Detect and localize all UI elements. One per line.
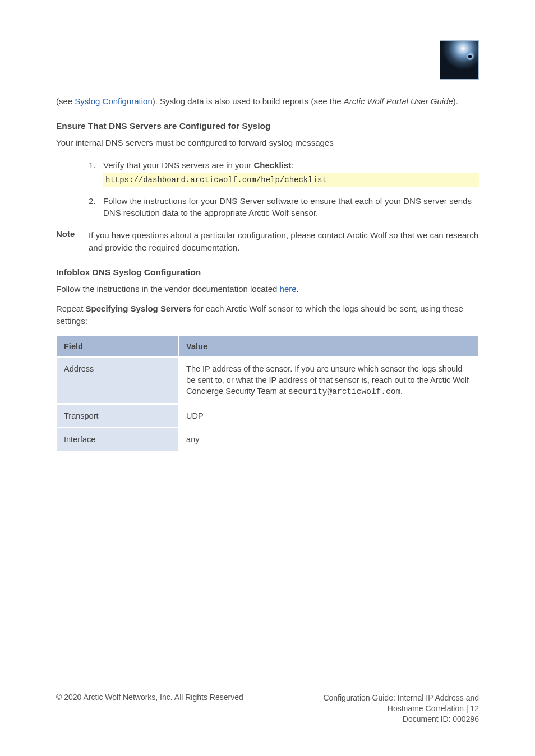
section2-p2-bold: Specifying Syslog Servers bbox=[86, 304, 191, 313]
step-number: 2. bbox=[89, 195, 96, 207]
table-row: Interface any bbox=[57, 428, 478, 451]
row-interface-field: Interface bbox=[57, 428, 179, 451]
row-address-value: The IP address of the sensor. If you are… bbox=[179, 357, 478, 404]
section2-p1: Follow the instructions in the vendor do… bbox=[56, 283, 479, 295]
note-label: Note bbox=[56, 229, 89, 254]
syslog-config-link[interactable]: Syslog Configuration bbox=[75, 96, 152, 106]
section2-p1-pre: Follow the instructions in the vendor do… bbox=[56, 284, 280, 294]
checklist-url-code: https://dashboard.arcticwolf.com/help/ch… bbox=[103, 173, 479, 187]
intro-text-c: ). bbox=[453, 96, 458, 106]
footer-doc-id: Document ID: 000296 bbox=[323, 714, 479, 725]
step-number: 1. bbox=[89, 159, 96, 171]
footer-copyright: © 2020 Arctic Wolf Networks, Inc. All Ri… bbox=[56, 693, 243, 725]
wolf-eye-pupil-icon bbox=[468, 55, 472, 58]
page-footer: © 2020 Arctic Wolf Networks, Inc. All Ri… bbox=[56, 693, 479, 725]
page-content: (see Syslog Configuration). Syslog data … bbox=[56, 95, 479, 452]
footer-doc-title-1: Configuration Guide: Internal IP Address… bbox=[323, 693, 479, 703]
section1-steps: 1. Verify that your DNS servers are in y… bbox=[89, 159, 479, 220]
intro-emphasis: Arctic Wolf Portal User Guide bbox=[344, 96, 453, 106]
footer-right: Configuration Guide: Internal IP Address… bbox=[323, 693, 479, 725]
section1-heading: Ensure That DNS Servers are Configured f… bbox=[56, 121, 479, 131]
settings-table-wrap: Field Value Address The IP address of th… bbox=[56, 335, 479, 452]
header-field: Field bbox=[57, 336, 179, 357]
header-value: Value bbox=[179, 336, 478, 357]
settings-table: Field Value Address The IP address of th… bbox=[56, 335, 479, 452]
step1-post: : bbox=[291, 160, 293, 170]
vendor-doc-link[interactable]: here bbox=[280, 284, 297, 294]
intro-text-a: (see bbox=[56, 96, 75, 106]
row-transport-value: UDP bbox=[179, 404, 478, 428]
wolf-eye-logo bbox=[440, 40, 479, 80]
table-header-row: Field Value bbox=[57, 336, 478, 357]
step-1: 1. Verify that your DNS servers are in y… bbox=[89, 159, 479, 187]
intro-text-b: ). Syslog data is also used to build rep… bbox=[153, 96, 344, 106]
section2-p2-pre: Repeat bbox=[56, 304, 86, 313]
step1-bold: Checklist bbox=[253, 160, 291, 170]
section2-heading: Infoblox DNS Syslog Configuration bbox=[56, 267, 479, 277]
section2-p2: Repeat Specifying Syslog Servers for eac… bbox=[56, 303, 479, 327]
row-transport-field: Transport bbox=[57, 404, 179, 428]
step-2: 2. Follow the instructions for your DNS … bbox=[89, 195, 479, 220]
intro-paragraph: (see Syslog Configuration). Syslog data … bbox=[56, 95, 479, 108]
step1-pre: Verify that your DNS servers are in your bbox=[103, 160, 253, 170]
table-row: Address The IP address of the sensor. If… bbox=[57, 357, 478, 404]
table-row: Transport UDP bbox=[57, 404, 478, 428]
section1-intro: Your internal DNS servers must be config… bbox=[56, 137, 479, 149]
step2-text: Follow the instructions for your DNS Ser… bbox=[103, 196, 472, 218]
footer-doc-title-2: Hostname Correlation | 12 bbox=[323, 703, 479, 714]
note-block: Note If you have questions about a parti… bbox=[56, 229, 479, 254]
row-interface-value: any bbox=[179, 428, 478, 451]
note-text: If you have questions about a particular… bbox=[89, 229, 479, 254]
document-page: (see Syslog Configuration). Syslog data … bbox=[0, 0, 535, 756]
section2-p1-post: . bbox=[297, 284, 299, 294]
row-address-field: Address bbox=[57, 357, 179, 404]
